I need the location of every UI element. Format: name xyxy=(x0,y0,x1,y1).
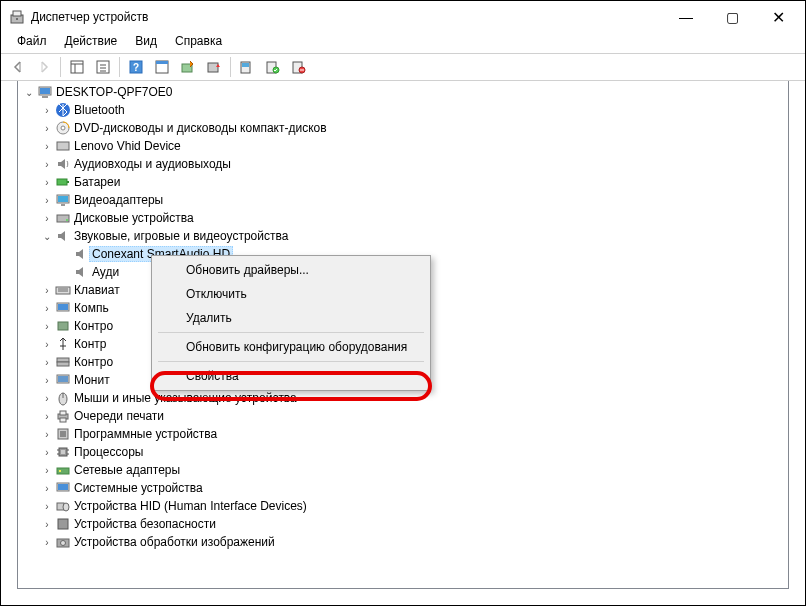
collapse-icon[interactable]: ⌄ xyxy=(22,87,36,98)
expand-icon[interactable]: › xyxy=(40,501,54,512)
system-node[interactable]: ›Системные устройства xyxy=(18,479,788,497)
expand-icon[interactable]: › xyxy=(40,483,54,494)
mouse-node[interactable]: ›Мыши и иные указывающие устройства xyxy=(18,389,788,407)
svg-point-28 xyxy=(61,126,65,130)
battery-node[interactable]: ›Батареи xyxy=(18,173,788,191)
toolbar: ? xyxy=(1,53,805,81)
expand-icon[interactable]: › xyxy=(40,159,54,170)
expand-icon[interactable]: › xyxy=(40,411,54,422)
bluetooth-node[interactable]: ›Bluetooth xyxy=(18,101,788,119)
imaging-node[interactable]: ›Устройства обработки изображений xyxy=(18,533,788,551)
minimize-button[interactable]: — xyxy=(663,2,709,32)
svg-rect-25 xyxy=(42,96,48,98)
node-label: Дисковые устройства xyxy=(74,211,194,225)
sound-node[interactable]: ⌄Звуковые, игровые и видеоустройства xyxy=(18,227,788,245)
app-icon xyxy=(9,9,25,25)
svg-rect-51 xyxy=(60,418,66,422)
audio-io-node[interactable]: ›Аудиовходы и аудиовыходы xyxy=(18,155,788,173)
expand-icon[interactable]: › xyxy=(40,195,54,206)
network-icon xyxy=(55,462,71,478)
cpu-node[interactable]: ›Процессоры xyxy=(18,443,788,461)
titlebar[interactable]: Диспетчер устройств — ▢ ✕ xyxy=(1,1,805,33)
expand-icon[interactable]: › xyxy=(40,285,54,296)
software-icon xyxy=(55,426,71,442)
svg-rect-61 xyxy=(59,470,61,472)
svg-rect-66 xyxy=(58,519,68,529)
security-node[interactable]: ›Устройства безопасности xyxy=(18,515,788,533)
keyboard-icon xyxy=(55,282,71,298)
node-label: Видеоадаптеры xyxy=(74,193,163,207)
svg-rect-42 xyxy=(58,322,68,330)
uninstall-button[interactable] xyxy=(235,55,259,79)
expand-icon[interactable]: › xyxy=(40,303,54,314)
display-icon xyxy=(55,192,71,208)
speaker-icon xyxy=(73,246,89,262)
system-icon xyxy=(55,480,71,496)
node-label: Контро xyxy=(74,319,113,333)
menu-action[interactable]: Действие xyxy=(57,33,126,53)
camera-icon xyxy=(55,534,71,550)
node-label: Устройства обработки изображений xyxy=(74,535,275,549)
lenovo-node[interactable]: ›Lenovo Vhid Device xyxy=(18,137,788,155)
separator xyxy=(158,361,424,362)
expand-icon[interactable]: › xyxy=(40,357,54,368)
context-delete[interactable]: Удалить xyxy=(154,306,428,330)
expand-icon[interactable]: › xyxy=(40,321,54,332)
usb-icon xyxy=(55,336,71,352)
network-node[interactable]: ›Сетевые адаптеры xyxy=(18,461,788,479)
expand-icon[interactable]: › xyxy=(40,213,54,224)
expand-icon[interactable]: › xyxy=(40,537,54,548)
menu-view[interactable]: Вид xyxy=(127,33,165,53)
expand-icon[interactable]: › xyxy=(40,375,54,386)
disk-node[interactable]: ›Дисковые устройства xyxy=(18,209,788,227)
scan-button[interactable] xyxy=(261,55,285,79)
expand-icon[interactable]: › xyxy=(40,141,54,152)
software-node[interactable]: ›Программные устройства xyxy=(18,425,788,443)
collapse-icon[interactable]: ⌄ xyxy=(40,231,54,242)
context-properties[interactable]: Свойства xyxy=(154,364,428,388)
hid-node[interactable]: ›Устройства HID (Human Interface Devices… xyxy=(18,497,788,515)
video-node[interactable]: ›Видеоадаптеры xyxy=(18,191,788,209)
svg-point-65 xyxy=(63,503,69,511)
menu-help[interactable]: Справка xyxy=(167,33,230,53)
menu-file[interactable]: Файл xyxy=(9,33,55,53)
context-update-drivers[interactable]: Обновить драйверы... xyxy=(154,258,428,282)
expand-icon[interactable]: › xyxy=(40,465,54,476)
expand-icon[interactable]: › xyxy=(40,429,54,440)
node-label: Сетевые адаптеры xyxy=(74,463,180,477)
context-disable[interactable]: Отключить xyxy=(154,282,428,306)
node-label: Контро xyxy=(74,355,113,369)
expand-icon[interactable]: › xyxy=(40,339,54,350)
expand-icon[interactable]: › xyxy=(40,393,54,404)
show-hide-button[interactable] xyxy=(65,55,89,79)
disk-icon xyxy=(55,210,71,226)
forward-button[interactable] xyxy=(32,55,56,79)
device-tree[interactable]: ⌄DESKTOP-QPF7OE0 ›Bluetooth ›DVD-дисково… xyxy=(17,81,789,589)
node-label: Очереди печати xyxy=(74,409,164,423)
node-label: Системные устройства xyxy=(74,481,203,495)
back-button[interactable] xyxy=(6,55,30,79)
expand-icon[interactable]: › xyxy=(40,177,54,188)
expand-icon[interactable]: › xyxy=(40,519,54,530)
maximize-button[interactable]: ▢ xyxy=(709,2,755,32)
svg-rect-13 xyxy=(156,61,168,64)
help-button[interactable]: ? xyxy=(124,55,148,79)
node-label: DESKTOP-QPF7OE0 xyxy=(56,85,172,99)
hid-icon xyxy=(55,498,71,514)
disable-button[interactable] xyxy=(202,55,226,79)
remove-button[interactable] xyxy=(287,55,311,79)
speaker-icon xyxy=(55,228,71,244)
svg-rect-46 xyxy=(58,376,68,382)
properties-button[interactable] xyxy=(91,55,115,79)
expand-icon[interactable]: › xyxy=(40,105,54,116)
svg-rect-1 xyxy=(13,11,21,16)
update-driver-button[interactable] xyxy=(176,55,200,79)
close-button[interactable]: ✕ xyxy=(755,2,801,32)
dvd-node[interactable]: ›DVD-дисководы и дисководы компакт-диско… xyxy=(18,119,788,137)
action-button[interactable] xyxy=(150,55,174,79)
root-node[interactable]: ⌄DESKTOP-QPF7OE0 xyxy=(18,83,788,101)
context-scan[interactable]: Обновить конфигурацию оборудования xyxy=(154,335,428,359)
expand-icon[interactable]: › xyxy=(40,123,54,134)
expand-icon[interactable]: › xyxy=(40,447,54,458)
print-node[interactable]: ›Очереди печати xyxy=(18,407,788,425)
